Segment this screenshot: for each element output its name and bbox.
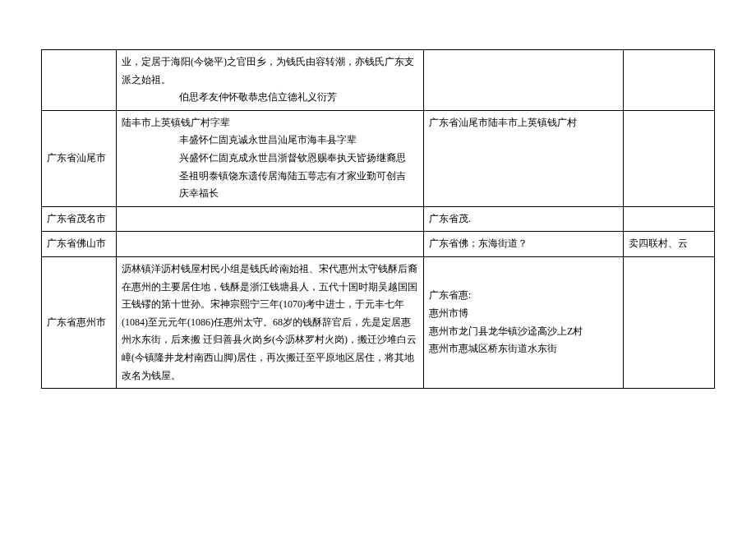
text-line: 圣祖明泰镇饶东遗传居海陆五萼志有才家业勤可创吉 xyxy=(122,168,418,186)
cell-description: 业，定居于海阳(今饶平)之官田乡，为钱氏由容转潮，亦钱氏广东支派之始祖。 伯思孝… xyxy=(117,50,424,111)
cell-extra xyxy=(623,256,714,388)
table-row: 广东省茂名市 广东省茂. xyxy=(42,206,715,232)
cell-location: 广东省汕尾市陆丰市上英镇钱广村 xyxy=(424,110,624,206)
text-line: 广东省惠: xyxy=(429,289,471,301)
cell-extra xyxy=(623,206,714,232)
cell-region: 广东省茂名市 xyxy=(42,206,117,232)
cell-extra xyxy=(623,110,714,206)
text-line: 惠州市博 xyxy=(429,307,468,319)
cell-description xyxy=(117,206,424,232)
cell-region: 广东省佛山市 xyxy=(42,232,117,257)
text-line: 惠州市惠城区桥东街道水东街 xyxy=(429,343,557,354)
text-line: 惠州市龙门县龙华镇沙迳高沙上Z村 xyxy=(429,325,583,337)
text-line: 伯思孝友仲怀敬恭忠信立德礼义衍芳 xyxy=(122,89,418,107)
table-row: 广东省汕尾市 陆丰市上英镇钱广村字辈 丰盛怀仁固克诚永世昌汕尾市海丰县字辈 兴盛… xyxy=(42,110,715,206)
cell-description xyxy=(117,232,424,257)
cell-location: 广东省佛；东海街道？ xyxy=(424,232,624,257)
text-line: 庆幸福长 xyxy=(122,185,418,203)
table-row: 业，定居于海阳(今饶平)之官田乡，为钱氏由容转潮，亦钱氏广东支派之始祖。 伯思孝… xyxy=(42,50,715,111)
cell-region xyxy=(42,50,117,111)
cell-region: 广东省惠州市 xyxy=(42,256,117,388)
table-row: 广东省佛山市 广东省佛；东海街道？ 卖四联村、云 xyxy=(42,232,715,257)
text-line: 业，定居于海阳(今饶平)之官田乡，为钱氏由容转潮，亦钱氏广东支派之始祖。 xyxy=(122,56,414,85)
cell-location xyxy=(424,50,624,111)
genealogy-table: 业，定居于海阳(今饶平)之官田乡，为钱氏由容转潮，亦钱氏广东支派之始祖。 伯思孝… xyxy=(41,49,715,389)
cell-extra: 卖四联村、云 xyxy=(623,232,714,257)
cell-extra xyxy=(623,50,714,111)
text-line: 兴盛怀仁固克成永世昌浙督钦恩赐奉执天皆扬继裔思 xyxy=(122,150,418,168)
cell-location: 广东省茂. xyxy=(424,206,624,232)
cell-region: 广东省汕尾市 xyxy=(42,110,117,206)
cell-description: 陆丰市上英镇钱广村字辈 丰盛怀仁固克诚永世昌汕尾市海丰县字辈 兴盛怀仁固克成永世… xyxy=(117,110,424,206)
cell-location: 广东省惠: 惠州市博 惠州市龙门县龙华镇沙迳高沙上Z村 惠州市惠城区桥东街道水东… xyxy=(424,256,624,388)
table-row: 广东省惠州市 沥林镇洋沥村钱屋村民小组是钱氏岭南始祖、宋代惠州太守钱酥后裔在惠州… xyxy=(42,256,715,388)
cell-description: 沥林镇洋沥村钱屋村民小组是钱氏岭南始祖、宋代惠州太守钱酥后裔在惠州的主要居住地，… xyxy=(117,256,424,388)
text-line: 丰盛怀仁固克诚永世昌汕尾市海丰县字辈 xyxy=(122,131,418,150)
text-line: 陆丰市上英镇钱广村字辈 xyxy=(122,117,230,128)
